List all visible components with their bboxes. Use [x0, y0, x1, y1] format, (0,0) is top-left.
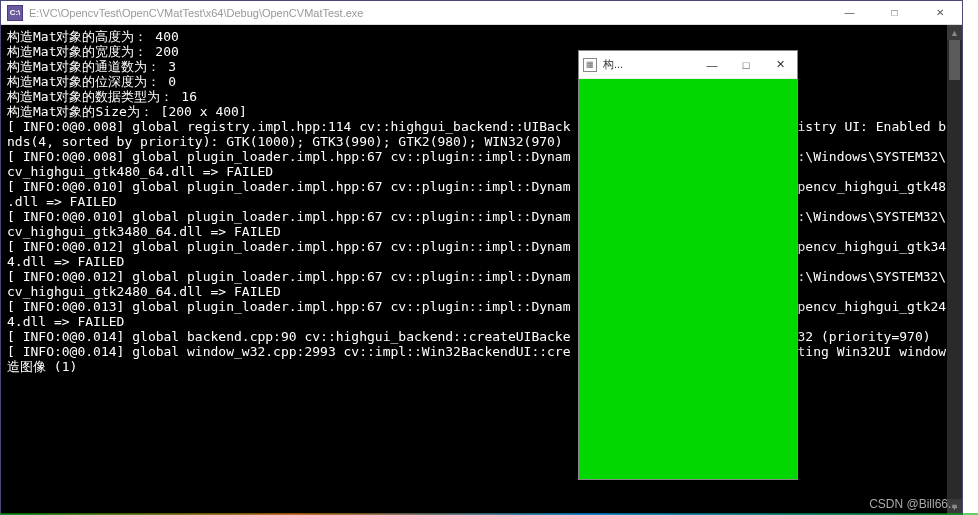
- console-line: 构造Mat对象的通道数为： 3: [7, 59, 176, 74]
- console-line: [ INFO:0@0.012] global plugin_loader.imp…: [7, 269, 962, 284]
- child-titlebar[interactable]: ▦ 构... — □ ✕: [579, 51, 797, 79]
- child-window-title: 构...: [601, 57, 695, 72]
- scrollbar-thumb[interactable]: [949, 40, 960, 80]
- maximize-button[interactable]: □: [872, 1, 917, 25]
- console-line: [ INFO:0@0.012] global plugin_loader.imp…: [7, 239, 962, 254]
- child-close-button[interactable]: ✕: [763, 51, 797, 79]
- close-button[interactable]: ✕: [917, 1, 962, 25]
- main-console-window: C:\ E:\VC\OpencvTest\OpenCVMatTest\x64\D…: [0, 0, 963, 515]
- opencv-image-window[interactable]: ▦ 构... — □ ✕: [578, 50, 798, 480]
- console-line: [ INFO:0@0.014] global window_w32.cpp:29…: [7, 344, 962, 359]
- window-controls: — □ ✕: [827, 1, 962, 25]
- console-line: .dll => FAILED: [7, 194, 117, 209]
- vertical-scrollbar[interactable]: ▲ ▼: [947, 25, 962, 514]
- child-minimize-button[interactable]: —: [695, 51, 729, 79]
- console-line: 4.dll => FAILED: [7, 254, 124, 269]
- main-titlebar[interactable]: C:\ E:\VC\OpencvTest\OpenCVMatTest\x64\D…: [1, 1, 962, 25]
- child-window-icon: ▦: [583, 58, 597, 72]
- image-display-area: [579, 79, 797, 479]
- console-output[interactable]: 构造Mat对象的高度为： 400 构造Mat对象的宽度为： 200 构造Mat对…: [1, 25, 962, 514]
- console-line: [ INFO:0@0.008] global plugin_loader.imp…: [7, 149, 962, 164]
- console-line: [ INFO:0@0.010] global plugin_loader.imp…: [7, 209, 962, 224]
- app-icon: C:\: [7, 5, 23, 21]
- console-line: 构造Mat对象的数据类型为： 16: [7, 89, 197, 104]
- console-line: 构造Mat对象的Size为： [200 x 400]: [7, 104, 247, 119]
- minimize-button[interactable]: —: [827, 1, 872, 25]
- console-line: nds(4, sorted by priority): GTK(1000); G…: [7, 134, 563, 149]
- console-line: 构造Mat对象的位深度为： 0: [7, 74, 176, 89]
- console-line: 造图像 (1): [7, 359, 77, 374]
- console-line: [ INFO:0@0.010] global plugin_loader.imp…: [7, 179, 962, 194]
- console-line: cv_highgui_gtk480_64.dll => FAILED: [7, 164, 273, 179]
- scroll-up-icon[interactable]: ▲: [947, 25, 962, 40]
- console-line: [ INFO:0@0.013] global plugin_loader.imp…: [7, 299, 962, 314]
- child-window-controls: — □ ✕: [695, 51, 797, 79]
- console-line: 构造Mat对象的宽度为： 200: [7, 44, 179, 59]
- console-line: 4.dll => FAILED: [7, 314, 124, 329]
- window-title: E:\VC\OpencvTest\OpenCVMatTest\x64\Debug…: [29, 7, 827, 19]
- watermark-text: CSDN @Bill66...: [869, 497, 958, 511]
- console-line: cv_highgui_gtk3480_64.dll => FAILED: [7, 224, 281, 239]
- console-line: cv_highgui_gtk2480_64.dll => FAILED: [7, 284, 281, 299]
- console-line: 构造Mat对象的高度为： 400: [7, 29, 179, 44]
- console-line: [ INFO:0@0.008] global registry.impl.hpp…: [7, 119, 962, 134]
- child-maximize-button[interactable]: □: [729, 51, 763, 79]
